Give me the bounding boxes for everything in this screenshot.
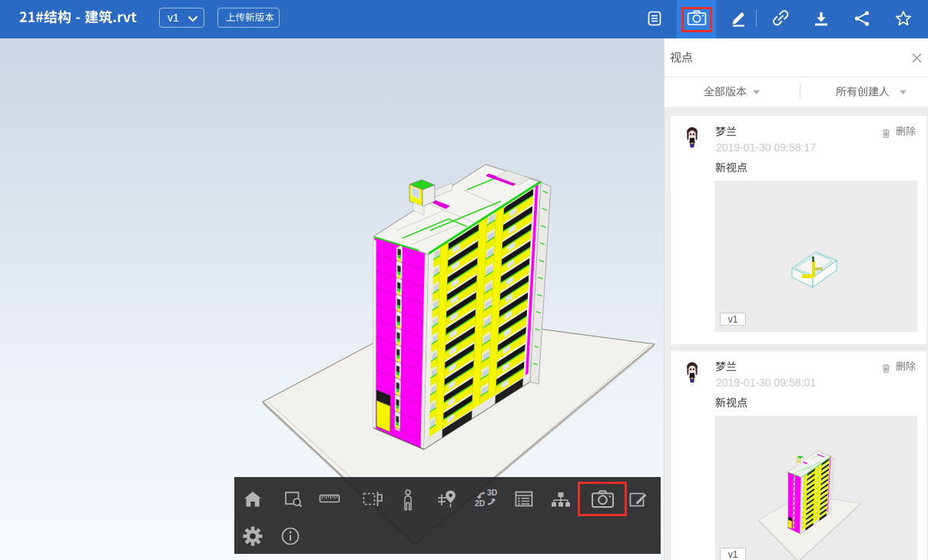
svg-text:3D: 3D bbox=[487, 488, 498, 497]
svg-text:2D: 2D bbox=[475, 499, 486, 508]
